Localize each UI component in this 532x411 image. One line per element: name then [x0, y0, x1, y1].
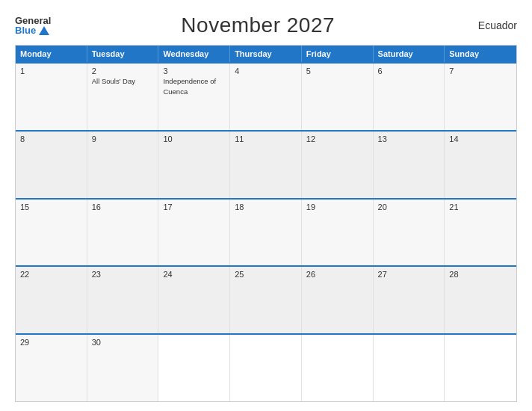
calendar-cell: 23	[87, 267, 159, 333]
day-number: 21	[449, 203, 512, 211]
calendar-cell: 1	[16, 64, 87, 130]
calendar-title: November 2027	[181, 13, 335, 37]
day-number: 27	[378, 270, 440, 279]
logo-triangle-icon	[39, 26, 49, 35]
day-number: 22	[20, 270, 82, 279]
calendar-cell: 15	[16, 200, 87, 266]
day-number: 29	[20, 338, 82, 347]
event-text: Cuenca	[163, 87, 225, 96]
calendar-cell: 20	[374, 200, 445, 266]
calendar-cell: 25	[230, 267, 302, 333]
calendar-cell: 16	[87, 200, 159, 266]
calendar-cell: 30	[87, 335, 159, 401]
day-number: 3	[163, 67, 225, 75]
calendar-cell: 12	[302, 132, 374, 198]
calendar-cell: 2All Souls' Day	[87, 64, 159, 130]
day-number: 7	[449, 67, 512, 75]
day-number: 13	[378, 135, 440, 143]
country-label: Ecuador	[465, 19, 517, 31]
header: General Blue November 2027 Ecuador	[15, 13, 517, 37]
event-text: All Souls' Day	[92, 77, 154, 86]
calendar-week: 2930	[16, 333, 516, 401]
calendar-cell: 11	[230, 132, 302, 198]
day-number: 18	[235, 203, 297, 211]
day-number: 26	[306, 270, 368, 279]
logo: General Blue	[15, 16, 51, 35]
calendar-header-cell: Friday	[302, 46, 374, 62]
day-number: 11	[235, 135, 297, 143]
calendar-cell	[158, 335, 230, 401]
calendar-cell: 9	[87, 132, 159, 198]
day-number: 17	[163, 203, 225, 211]
day-number: 4	[235, 67, 297, 75]
day-number: 24	[163, 270, 225, 279]
calendar-body: 12All Souls' Day3Independence ofCuenca45…	[16, 62, 516, 401]
calendar-header-cell: Monday	[16, 46, 87, 62]
calendar-cell: 27	[374, 267, 445, 333]
calendar-cell: 29	[16, 335, 87, 401]
calendar-cell: 3Independence ofCuenca	[158, 64, 230, 130]
calendar-header-cell: Saturday	[374, 46, 445, 62]
calendar-cell: 24	[158, 267, 230, 333]
day-number: 30	[92, 338, 154, 347]
calendar-week: 22232425262728	[16, 265, 516, 333]
calendar-cell	[374, 335, 445, 401]
calendar: MondayTuesdayWednesdayThursdayFridaySatu…	[15, 45, 517, 402]
calendar-cell: 14	[445, 132, 516, 198]
day-number: 2	[92, 67, 154, 75]
day-number: 15	[20, 203, 82, 211]
logo-blue-row: Blue	[15, 25, 49, 35]
calendar-cell: 17	[158, 200, 230, 266]
page: General Blue November 2027 Ecuador Monda…	[0, 0, 532, 411]
calendar-header-cell: Wednesday	[158, 46, 230, 62]
calendar-cell: 26	[302, 267, 374, 333]
calendar-cell: 13	[374, 132, 445, 198]
calendar-cell: 8	[16, 132, 87, 198]
calendar-cell: 4	[230, 64, 302, 130]
calendar-cell: 18	[230, 200, 302, 266]
event-text: Independence of	[163, 77, 225, 86]
day-number: 8	[20, 135, 82, 143]
day-number: 9	[92, 135, 154, 143]
calendar-cell: 6	[374, 64, 445, 130]
day-number: 28	[449, 270, 512, 279]
day-number: 20	[378, 203, 440, 211]
calendar-cell	[445, 335, 516, 401]
day-number: 1	[20, 67, 82, 75]
calendar-header-row: MondayTuesdayWednesdayThursdayFridaySatu…	[16, 46, 516, 62]
calendar-cell: 10	[158, 132, 230, 198]
calendar-cell: 7	[445, 64, 516, 130]
day-number: 12	[306, 135, 368, 143]
day-number: 16	[92, 203, 154, 211]
day-number: 5	[306, 67, 368, 75]
calendar-cell	[302, 335, 374, 401]
calendar-cell	[230, 335, 302, 401]
calendar-week: 12All Souls' Day3Independence ofCuenca45…	[16, 62, 516, 130]
day-number: 14	[449, 135, 512, 143]
calendar-header-cell: Thursday	[230, 46, 302, 62]
day-number: 19	[306, 203, 368, 211]
day-number: 10	[163, 135, 225, 143]
calendar-week: 15161718192021	[16, 198, 516, 266]
calendar-header-cell: Sunday	[445, 46, 516, 62]
calendar-cell: 5	[302, 64, 374, 130]
calendar-header-cell: Tuesday	[87, 46, 159, 62]
calendar-cell: 22	[16, 267, 87, 333]
calendar-cell: 28	[445, 267, 516, 333]
calendar-cell: 21	[445, 200, 516, 266]
day-number: 6	[378, 67, 440, 75]
day-number: 25	[235, 270, 297, 279]
calendar-week: 891011121314	[16, 130, 516, 198]
day-number: 23	[92, 270, 154, 279]
calendar-cell: 19	[302, 200, 374, 266]
logo-blue-text: Blue	[15, 25, 36, 35]
